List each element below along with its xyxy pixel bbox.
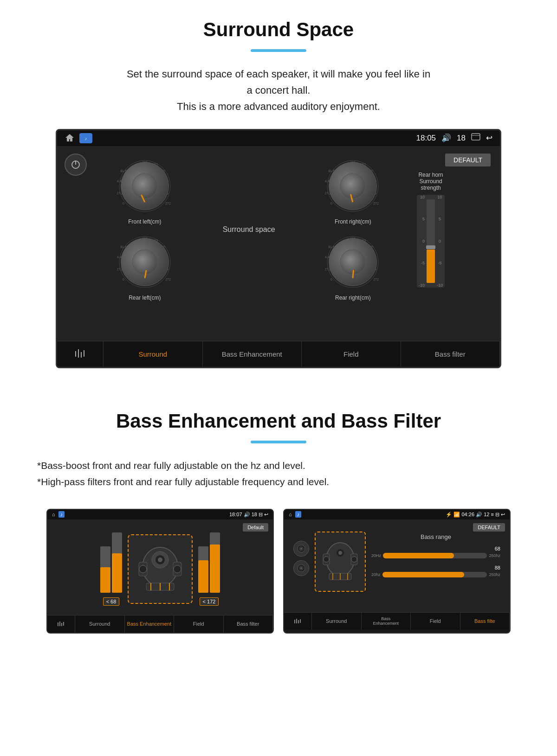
time-display: 18:05	[416, 134, 436, 143]
rear-left-knob: 136 163 190 81.6 54.4 -27.2 0 245 272 21…	[117, 234, 173, 301]
car-screen-surround: ♪ 18:05 🔊 18 ↩ DEFAULT	[56, 129, 501, 368]
rear-right-label: Rear right(cm)	[325, 295, 381, 301]
front-right-label: Front right(cm)	[325, 218, 381, 225]
ss-music-icon: ♪	[58, 511, 65, 518]
ss-body-left: Default < 68	[47, 519, 273, 615]
section-bass: Bass Enhancement and Bass Filter *Bass-b…	[0, 382, 557, 647]
ss-home-icon-right: ⌂	[289, 512, 292, 517]
range-slider-2[interactable]	[382, 572, 487, 577]
svg-text:272: 272	[374, 278, 379, 281]
section2-title: Bass Enhancement and Bass Filter	[37, 410, 520, 432]
hz-value-left1: < 68	[103, 597, 120, 606]
section-description: Set the surround space of each speaker, …	[37, 66, 520, 115]
svg-rect-2	[472, 134, 480, 140]
knobs-area: 136 163 190 81.6 54.4 -27.2 0 245 272 21…	[66, 154, 491, 306]
svg-text:0: 0	[123, 278, 124, 281]
battery-display: 18	[457, 134, 466, 143]
front-left-label: Front left(cm)	[117, 218, 173, 225]
default-button[interactable]: DEFAULT	[445, 154, 491, 167]
power-button[interactable]	[65, 154, 87, 176]
tab-eq[interactable]	[57, 341, 104, 367]
svg-point-61	[174, 565, 181, 573]
svg-point-75	[300, 567, 302, 569]
svg-text:0: 0	[123, 202, 124, 205]
ss-default-btn-left[interactable]: Default	[243, 523, 268, 532]
tab-bass-filter[interactable]: Bass filter	[401, 341, 500, 367]
ss-home-icon: ⌂	[52, 512, 55, 517]
front-right-knob: 136 163 190 81.6 54.4 -27.2 0 245 272 21…	[325, 158, 381, 225]
surround-space-label: Surround space	[209, 225, 289, 234]
section2-description: *Bass-boost front and rear fully adjusta…	[37, 457, 520, 490]
home-icon	[65, 133, 75, 143]
screen-body: DEFAULT 136 163 190 81	[57, 146, 500, 341]
bass-range-title: Bass range	[371, 533, 500, 540]
svg-text:0: 0	[330, 278, 332, 281]
tab-field[interactable]: Field	[302, 341, 401, 367]
rear-right-knob: 136 163 190 81.6 54.4 -27.2 0 245 272 21…	[325, 234, 381, 301]
svg-text:272: 272	[374, 202, 379, 205]
ss-body-right: DEFAULT	[284, 519, 510, 612]
svg-point-72	[300, 548, 302, 550]
strength-slider[interactable]: 10 5 0 -5 -10 10 5 0	[417, 195, 445, 288]
screenshots-row: ⌂ ♪ 18:07 🔊 18 ⊟ ↩ Default	[37, 509, 520, 634]
ss-status-bar-right: ⌂ ♪ ⚡ 📶 04:26 🔊 12 ≡ ⊟ ↩	[284, 510, 510, 519]
ss-default-btn-right[interactable]: DEFAULT	[473, 523, 505, 532]
ss-tab-surround-left[interactable]: Surround	[75, 615, 125, 633]
ss-tab-field-right[interactable]: Field	[411, 613, 460, 630]
ss-tab-field-left[interactable]: Field	[174, 615, 224, 633]
music-app-icon: ♪	[79, 133, 92, 143]
section-surround-space: Surround Space Set the surround space of…	[0, 0, 557, 382]
nav-tabs: Surround Bass Enhancement Field Bass fil…	[57, 341, 500, 367]
ss-tab-eq-left[interactable]	[47, 615, 75, 633]
svg-text:272: 272	[165, 278, 171, 281]
ss-tab-bass-enh-right[interactable]: BassEnhancement	[362, 613, 411, 630]
status-bar: ♪ 18:05 🔊 18 ↩	[57, 130, 500, 146]
front-left-knob: 136 163 190 81.6 54.4 -27.2 0 245 272 21…	[117, 158, 173, 225]
ss-tab-bass-enh-left[interactable]: Bass Enhancement	[125, 615, 175, 633]
rear-left-label: Rear left(cm)	[117, 295, 173, 301]
tab-surround[interactable]: Surround	[104, 341, 203, 367]
back-icon[interactable]: ↩	[486, 133, 492, 143]
bass-enhancement-screenshot: ⌂ ♪ 18:07 🔊 18 ⊟ ↩ Default	[46, 509, 274, 634]
title-underline	[251, 49, 306, 52]
svg-point-57	[158, 557, 162, 562]
ss-tab-eq-right[interactable]	[284, 613, 312, 630]
ss-nav-left: Surround Bass Enhancement Field Bass fil…	[47, 615, 273, 633]
range-slider-1[interactable]	[383, 553, 487, 558]
volume-icon: 🔊	[441, 133, 451, 143]
page-title: Surround Space	[37, 19, 520, 41]
rear-horn-label: Rear horn Surround strength	[418, 172, 443, 191]
svg-point-83	[351, 557, 357, 562]
svg-text:♪: ♪	[85, 136, 87, 141]
section2-underline	[251, 441, 306, 443]
svg-text:272: 272	[165, 202, 171, 205]
window-icon	[471, 133, 480, 143]
bass-filter-screenshot: ⌂ ♪ ⚡ 📶 04:26 🔊 12 ≡ ⊟ ↩ DEFAULT	[283, 509, 511, 634]
ss-tab-surround-right[interactable]: Surround	[312, 613, 362, 630]
svg-text:0: 0	[330, 202, 332, 205]
ss-status-bar-left: ⌂ ♪ 18:07 🔊 18 ⊟ ↩	[47, 510, 273, 519]
svg-point-82	[324, 557, 329, 562]
ss-music-icon-right: ♪	[295, 511, 302, 518]
ss-tab-bass-filter-right[interactable]: Bass filte	[460, 613, 510, 630]
svg-point-60	[139, 565, 147, 573]
tab-bass-enhancement[interactable]: Bass Enhancement	[203, 341, 302, 367]
svg-point-76	[326, 543, 354, 576]
ss-tab-bass-filter-left[interactable]: Bass filter	[224, 615, 273, 633]
ss-nav-right: Surround BassEnhancement Field Bass filt…	[284, 612, 510, 630]
svg-point-79	[338, 551, 342, 555]
hz-value-left2: < 172	[200, 597, 219, 606]
strength-control: Rear horn Surround strength 10 5 0 -5 -1…	[417, 172, 445, 288]
eq-icon	[74, 348, 87, 360]
